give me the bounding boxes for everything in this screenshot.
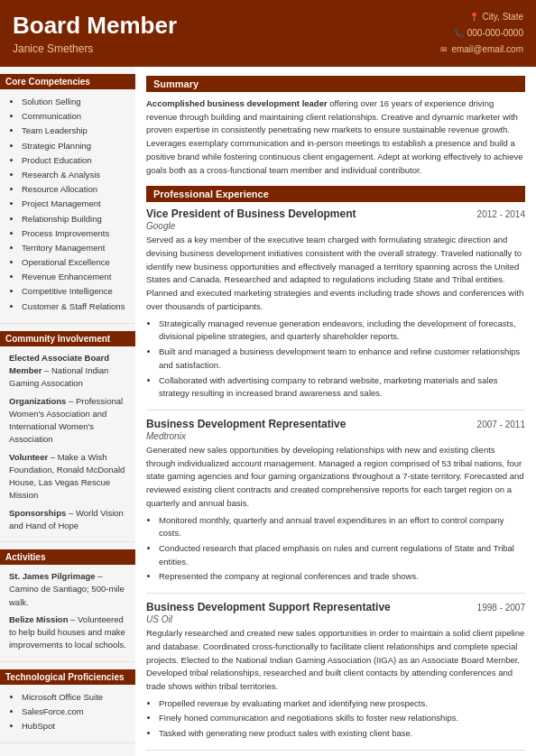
tech-proficiencies-title: Technological Proficiencies [0,669,135,685]
divider-2 [146,593,525,594]
job-bullets-1: Strategically managed revenue generation… [146,318,525,401]
job-dates-2: 2007 - 2011 [477,419,525,429]
job-header-1: Vice President of Business Development 2… [146,207,525,220]
job-desc-1: Served as a key member of the executive … [146,234,525,313]
job-dates-1: 2012 - 2014 [477,209,525,219]
job-title-1: Vice President of Business Development [146,207,356,220]
list-item: Represented the company at regional conf… [159,570,525,584]
list-item: Microsoft Office Suite [22,690,126,704]
list-item: Competitive Intelligence [22,284,126,298]
activities-section: Activities St. James Pilgrimage – Camino… [0,542,135,662]
tech-proficiencies-section: Technological Proficiencies Microsoft Of… [0,662,135,744]
list-item: Operational Excellence [22,255,126,269]
core-competencies-section: Core Competencies Solution Selling Commu… [0,67,135,324]
list-item: Built and managed a business development… [159,346,525,372]
list-item: Relationship Building [22,212,126,226]
job-entry-1: Vice President of Business Development 2… [146,207,525,401]
community-involvement-section: Community Involvement Elected Associate … [0,324,135,542]
job-title-3: Business Development Support Representat… [146,601,391,613]
list-item: Collaborated with advertising company to… [159,374,525,401]
list-item: Solution Selling [22,95,126,108]
resume-title: Board Member [13,12,177,40]
job-header-3: Business Development Support Representat… [146,601,525,613]
list-item: Research & Analysis [22,168,126,181]
job-company-3: US Oil [146,614,525,624]
main-layout: Core Competencies Solution Selling Commu… [0,67,536,756]
list-item: SalesForce.com [22,705,126,718]
list-item: Customer & Staff Relations [22,300,126,313]
list-item: Process Improvements [22,226,126,240]
location-icon: 📍 [469,10,479,24]
list-item: Monitored monthly, quarterly and annual … [159,514,525,540]
list-item: Finely honed communication and negotiati… [159,712,525,725]
summary-title: Summary [146,76,525,92]
list-item: Propelled revenue by evaluating market a… [159,697,525,711]
job-desc-3: Regularly researched and created new sal… [146,627,525,694]
list-item: Team Leadership [22,124,126,137]
contact-city: 📍 City, State [440,9,523,25]
header-left: Board Member Janice Smethers [13,12,177,54]
list-item: Product Education [22,153,126,167]
list-item: Project Management [22,197,126,210]
job-title-2: Business Development Representative [146,418,346,430]
email-icon: ✉ [440,42,448,57]
job-desc-2: Generated new sales opportunities by dev… [146,444,525,511]
summary-text: Accomplished business development leader… [146,97,525,177]
sidebar: Core Competencies Solution Selling Commu… [0,67,135,756]
list-item: HubSpot [22,719,126,733]
list-item: Tasked with generating new product sales… [159,727,525,741]
list-item: Territory Management [22,241,126,254]
job-company-1: Google [146,221,525,231]
list-item: Communication [22,109,126,123]
community-involvement-content: Elected Associate Board Member – Nationa… [9,352,126,532]
community-involvement-title: Community Involvement [0,331,135,346]
contact-phone: 📞 000-000-0000 [440,25,523,41]
phone-icon: 📞 [454,26,464,41]
list-item: Revenue Enhancement [22,270,126,283]
header-contact: 📍 City, State 📞 000-000-0000 ✉ email@ema… [440,9,523,58]
divider-1 [146,410,525,410]
job-bullets-3: Propelled revenue by evaluating market a… [146,697,525,741]
job-dates-3: 1998 - 2007 [477,603,525,613]
candidate-name: Janice Smethers [13,42,177,55]
list-item: Strategic Planning [22,139,126,152]
divider-3 [146,750,525,751]
list-item: Conducted research that placed emphasis … [159,542,525,568]
experience-title: Professional Experience [146,186,525,202]
activities-title: Activities [0,549,135,565]
list-item: Resource Allocation [22,182,126,196]
job-entry-3: Business Development Support Representat… [146,601,525,741]
job-company-2: Medtronix [146,431,525,441]
core-competencies-title: Core Competencies [0,74,135,89]
tech-proficiencies-list: Microsoft Office Suite SalesForce.com Hu… [9,690,126,733]
contact-email: ✉ email@email.com [440,41,523,58]
job-bullets-2: Monitored monthly, quarterly and annual … [146,514,525,585]
job-entry-2: Business Development Representative 2007… [146,418,525,584]
core-competencies-list: Solution Selling Communication Team Lead… [9,95,126,313]
list-item: Strategically managed revenue generation… [159,318,525,344]
header: Board Member Janice Smethers 📍 City, Sta… [0,0,536,67]
activities-content: St. James Pilgrimage – Camino de Santiag… [9,570,126,652]
main-content: Summary Accomplished business developmen… [135,67,536,756]
job-header-2: Business Development Representative 2007… [146,418,525,430]
